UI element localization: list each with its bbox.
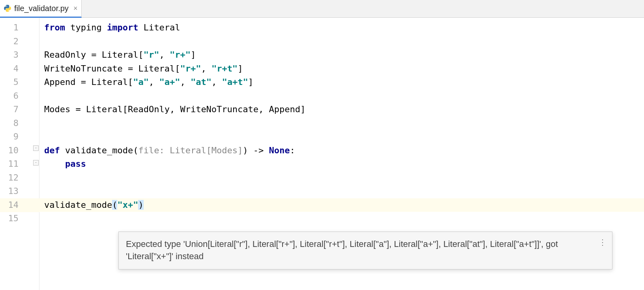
code-line: Modes = Literal[ReadOnly, WriteNoTruncat… — [39, 103, 644, 117]
code-line — [39, 130, 644, 144]
file-tab[interactable]: file_validator.py × — [0, 0, 82, 18]
line-number[interactable]: 7 — [0, 103, 22, 117]
line-number[interactable]: 2 — [0, 35, 22, 49]
code-line: def validate_mode(file: Literal[Modes]) … — [39, 144, 644, 158]
gutter: 1 2 3 4 5 6 7 8 9 10 11 12 13 14 15 - - — [0, 18, 39, 290]
line-number[interactable]: 15 — [0, 212, 22, 226]
code-line — [39, 171, 644, 185]
line-number[interactable]: 12 — [0, 171, 22, 185]
fold-end-icon[interactable]: - — [33, 160, 39, 166]
fold-toggle-icon[interactable]: - — [33, 145, 39, 151]
tooltip-text: Expected type 'Union[Literal["r"], Liter… — [126, 239, 558, 261]
code-line — [39, 212, 644, 226]
line-number[interactable]: 4 — [0, 62, 22, 76]
code-line — [39, 117, 644, 130]
line-number[interactable]: 14 — [0, 198, 22, 212]
line-number[interactable]: 13 — [0, 185, 22, 198]
close-icon[interactable]: × — [71, 4, 78, 13]
python-file-icon — [3, 4, 12, 13]
code-line: from typing import Literal — [39, 21, 644, 35]
tab-filename: file_validator.py — [14, 4, 69, 13]
code-line — [39, 89, 644, 103]
line-numbers: 1 2 3 4 5 6 7 8 9 10 11 12 13 14 15 — [0, 21, 22, 226]
line-number[interactable]: 6 — [0, 89, 22, 103]
code-line: Append = Literal["a", "a+", "at", "a+t"] — [39, 75, 644, 89]
code-line: WriteNoTruncate = Literal["r+", "r+t"] — [39, 62, 644, 76]
code-line: pass — [39, 157, 644, 171]
line-number[interactable]: 3 — [0, 48, 22, 62]
editor-area: 1 2 3 4 5 6 7 8 9 10 11 12 13 14 15 - - … — [0, 18, 644, 290]
line-number[interactable]: 1 — [0, 21, 22, 35]
tab-bar: file_validator.py × — [0, 0, 644, 18]
line-number[interactable]: 11 — [0, 157, 22, 171]
line-number[interactable]: 10 — [0, 144, 22, 158]
line-number[interactable]: 8 — [0, 117, 22, 130]
line-number[interactable]: 9 — [0, 130, 22, 144]
more-actions-icon[interactable]: ⋮ — [599, 237, 607, 248]
line-number[interactable]: 5 — [0, 75, 22, 89]
code-line — [39, 185, 644, 198]
type-error-tooltip: Expected type 'Union[Literal["r"], Liter… — [118, 232, 612, 269]
code-line: ReadOnly = Literal["r", "r+"] — [39, 48, 644, 62]
code-line — [39, 35, 644, 49]
code-line: validate_mode("x+") — [39, 198, 644, 212]
